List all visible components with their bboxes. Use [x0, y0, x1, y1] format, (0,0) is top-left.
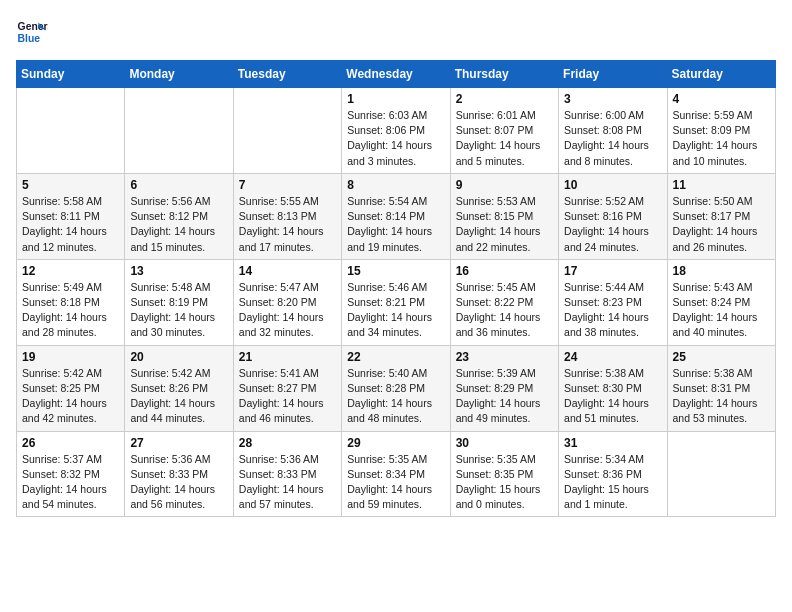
day-info: Sunrise: 5:39 AM Sunset: 8:29 PM Dayligh… — [456, 366, 553, 427]
day-info: Sunrise: 5:52 AM Sunset: 8:16 PM Dayligh… — [564, 194, 661, 255]
calendar-cell: 19Sunrise: 5:42 AM Sunset: 8:25 PM Dayli… — [17, 345, 125, 431]
weekday-header: Tuesday — [233, 61, 341, 88]
weekday-header: Thursday — [450, 61, 558, 88]
day-info: Sunrise: 6:00 AM Sunset: 8:08 PM Dayligh… — [564, 108, 661, 169]
day-number: 7 — [239, 178, 336, 192]
day-info: Sunrise: 5:36 AM Sunset: 8:33 PM Dayligh… — [239, 452, 336, 513]
calendar-cell: 24Sunrise: 5:38 AM Sunset: 8:30 PM Dayli… — [559, 345, 667, 431]
day-number: 31 — [564, 436, 661, 450]
day-number: 21 — [239, 350, 336, 364]
calendar-week-row: 5Sunrise: 5:58 AM Sunset: 8:11 PM Daylig… — [17, 173, 776, 259]
weekday-header: Saturday — [667, 61, 775, 88]
day-info: Sunrise: 5:41 AM Sunset: 8:27 PM Dayligh… — [239, 366, 336, 427]
calendar-cell: 5Sunrise: 5:58 AM Sunset: 8:11 PM Daylig… — [17, 173, 125, 259]
day-info: Sunrise: 5:50 AM Sunset: 8:17 PM Dayligh… — [673, 194, 770, 255]
calendar-cell: 27Sunrise: 5:36 AM Sunset: 8:33 PM Dayli… — [125, 431, 233, 517]
day-number: 9 — [456, 178, 553, 192]
day-number: 22 — [347, 350, 444, 364]
day-info: Sunrise: 5:37 AM Sunset: 8:32 PM Dayligh… — [22, 452, 119, 513]
day-number: 20 — [130, 350, 227, 364]
day-number: 13 — [130, 264, 227, 278]
calendar-cell: 11Sunrise: 5:50 AM Sunset: 8:17 PM Dayli… — [667, 173, 775, 259]
day-info: Sunrise: 5:46 AM Sunset: 8:21 PM Dayligh… — [347, 280, 444, 341]
day-number: 16 — [456, 264, 553, 278]
calendar-cell: 17Sunrise: 5:44 AM Sunset: 8:23 PM Dayli… — [559, 259, 667, 345]
calendar-cell: 26Sunrise: 5:37 AM Sunset: 8:32 PM Dayli… — [17, 431, 125, 517]
calendar-header-row: SundayMondayTuesdayWednesdayThursdayFrid… — [17, 61, 776, 88]
calendar-cell: 9Sunrise: 5:53 AM Sunset: 8:15 PM Daylig… — [450, 173, 558, 259]
weekday-header: Wednesday — [342, 61, 450, 88]
calendar-cell: 7Sunrise: 5:55 AM Sunset: 8:13 PM Daylig… — [233, 173, 341, 259]
calendar-cell: 4Sunrise: 5:59 AM Sunset: 8:09 PM Daylig… — [667, 88, 775, 174]
day-info: Sunrise: 5:55 AM Sunset: 8:13 PM Dayligh… — [239, 194, 336, 255]
calendar-cell: 31Sunrise: 5:34 AM Sunset: 8:36 PM Dayli… — [559, 431, 667, 517]
calendar-cell: 21Sunrise: 5:41 AM Sunset: 8:27 PM Dayli… — [233, 345, 341, 431]
calendar-cell: 23Sunrise: 5:39 AM Sunset: 8:29 PM Dayli… — [450, 345, 558, 431]
weekday-header: Monday — [125, 61, 233, 88]
day-number: 17 — [564, 264, 661, 278]
day-number: 2 — [456, 92, 553, 106]
calendar-week-row: 19Sunrise: 5:42 AM Sunset: 8:25 PM Dayli… — [17, 345, 776, 431]
calendar-cell: 15Sunrise: 5:46 AM Sunset: 8:21 PM Dayli… — [342, 259, 450, 345]
svg-text:Blue: Blue — [18, 33, 41, 44]
calendar-cell: 18Sunrise: 5:43 AM Sunset: 8:24 PM Dayli… — [667, 259, 775, 345]
day-info: Sunrise: 6:03 AM Sunset: 8:06 PM Dayligh… — [347, 108, 444, 169]
day-info: Sunrise: 5:36 AM Sunset: 8:33 PM Dayligh… — [130, 452, 227, 513]
day-number: 10 — [564, 178, 661, 192]
day-info: Sunrise: 5:43 AM Sunset: 8:24 PM Dayligh… — [673, 280, 770, 341]
calendar-cell: 12Sunrise: 5:49 AM Sunset: 8:18 PM Dayli… — [17, 259, 125, 345]
calendar-cell: 29Sunrise: 5:35 AM Sunset: 8:34 PM Dayli… — [342, 431, 450, 517]
calendar-week-row: 26Sunrise: 5:37 AM Sunset: 8:32 PM Dayli… — [17, 431, 776, 517]
calendar-cell — [125, 88, 233, 174]
day-info: Sunrise: 5:44 AM Sunset: 8:23 PM Dayligh… — [564, 280, 661, 341]
day-number: 29 — [347, 436, 444, 450]
calendar-cell: 28Sunrise: 5:36 AM Sunset: 8:33 PM Dayli… — [233, 431, 341, 517]
calendar-cell — [233, 88, 341, 174]
day-number: 24 — [564, 350, 661, 364]
day-number: 8 — [347, 178, 444, 192]
calendar-cell: 1Sunrise: 6:03 AM Sunset: 8:06 PM Daylig… — [342, 88, 450, 174]
logo: General Blue — [16, 16, 48, 48]
page-header: General Blue — [16, 16, 776, 48]
calendar-cell: 8Sunrise: 5:54 AM Sunset: 8:14 PM Daylig… — [342, 173, 450, 259]
day-info: Sunrise: 5:45 AM Sunset: 8:22 PM Dayligh… — [456, 280, 553, 341]
day-number: 25 — [673, 350, 770, 364]
day-info: Sunrise: 5:38 AM Sunset: 8:30 PM Dayligh… — [564, 366, 661, 427]
calendar-cell: 3Sunrise: 6:00 AM Sunset: 8:08 PM Daylig… — [559, 88, 667, 174]
calendar-cell — [17, 88, 125, 174]
day-info: Sunrise: 5:42 AM Sunset: 8:25 PM Dayligh… — [22, 366, 119, 427]
calendar-cell: 20Sunrise: 5:42 AM Sunset: 8:26 PM Dayli… — [125, 345, 233, 431]
day-number: 26 — [22, 436, 119, 450]
calendar-cell: 10Sunrise: 5:52 AM Sunset: 8:16 PM Dayli… — [559, 173, 667, 259]
calendar-cell: 13Sunrise: 5:48 AM Sunset: 8:19 PM Dayli… — [125, 259, 233, 345]
day-number: 5 — [22, 178, 119, 192]
calendar-cell: 16Sunrise: 5:45 AM Sunset: 8:22 PM Dayli… — [450, 259, 558, 345]
calendar-table: SundayMondayTuesdayWednesdayThursdayFrid… — [16, 60, 776, 517]
day-info: Sunrise: 6:01 AM Sunset: 8:07 PM Dayligh… — [456, 108, 553, 169]
day-info: Sunrise: 5:48 AM Sunset: 8:19 PM Dayligh… — [130, 280, 227, 341]
day-info: Sunrise: 5:58 AM Sunset: 8:11 PM Dayligh… — [22, 194, 119, 255]
day-number: 19 — [22, 350, 119, 364]
day-number: 11 — [673, 178, 770, 192]
day-info: Sunrise: 5:35 AM Sunset: 8:35 PM Dayligh… — [456, 452, 553, 513]
calendar-cell: 22Sunrise: 5:40 AM Sunset: 8:28 PM Dayli… — [342, 345, 450, 431]
day-info: Sunrise: 5:35 AM Sunset: 8:34 PM Dayligh… — [347, 452, 444, 513]
calendar-cell: 2Sunrise: 6:01 AM Sunset: 8:07 PM Daylig… — [450, 88, 558, 174]
calendar-week-row: 1Sunrise: 6:03 AM Sunset: 8:06 PM Daylig… — [17, 88, 776, 174]
day-number: 27 — [130, 436, 227, 450]
logo-icon: General Blue — [16, 16, 48, 48]
calendar-week-row: 12Sunrise: 5:49 AM Sunset: 8:18 PM Dayli… — [17, 259, 776, 345]
day-number: 6 — [130, 178, 227, 192]
day-number: 12 — [22, 264, 119, 278]
calendar-cell: 30Sunrise: 5:35 AM Sunset: 8:35 PM Dayli… — [450, 431, 558, 517]
day-info: Sunrise: 5:34 AM Sunset: 8:36 PM Dayligh… — [564, 452, 661, 513]
day-info: Sunrise: 5:53 AM Sunset: 8:15 PM Dayligh… — [456, 194, 553, 255]
day-number: 15 — [347, 264, 444, 278]
svg-text:General: General — [18, 21, 48, 32]
calendar-cell: 14Sunrise: 5:47 AM Sunset: 8:20 PM Dayli… — [233, 259, 341, 345]
day-info: Sunrise: 5:49 AM Sunset: 8:18 PM Dayligh… — [22, 280, 119, 341]
day-info: Sunrise: 5:56 AM Sunset: 8:12 PM Dayligh… — [130, 194, 227, 255]
calendar-cell — [667, 431, 775, 517]
day-info: Sunrise: 5:54 AM Sunset: 8:14 PM Dayligh… — [347, 194, 444, 255]
day-info: Sunrise: 5:47 AM Sunset: 8:20 PM Dayligh… — [239, 280, 336, 341]
